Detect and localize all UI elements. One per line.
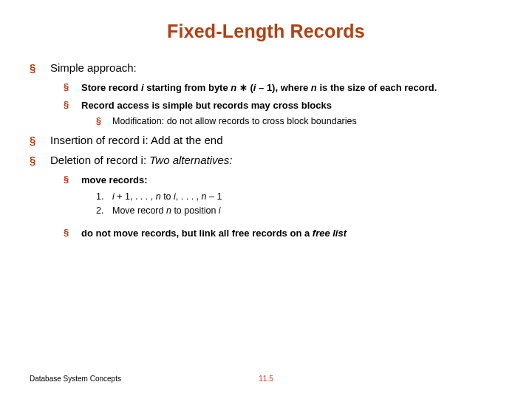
- bullet-record-access: § Record access is simple but records ma…: [64, 99, 502, 112]
- bullet-store-record: § Store record i starting from byte n ∗ …: [64, 81, 502, 95]
- t: Move record: [112, 205, 166, 216]
- square-bullet-icon: §: [30, 61, 50, 74]
- num-2: 2.: [96, 205, 112, 216]
- t: – 1), where: [256, 82, 310, 93]
- var-n: n: [166, 205, 171, 216]
- t: to position: [171, 205, 219, 216]
- t: to: [161, 191, 174, 202]
- text-deletion: Deletion of record i: Two alternatives:: [50, 154, 502, 166]
- num-1: 1.: [96, 191, 112, 202]
- spacer: [30, 219, 502, 222]
- alt-2: 2. Move record n to position i: [96, 205, 502, 216]
- text-store-record: Store record i starting from byte n ∗ (i…: [81, 81, 502, 95]
- bullet-do-not-move: § do not move records, but link all free…: [64, 227, 502, 240]
- var-n: n: [202, 191, 207, 202]
- var-n: n: [156, 191, 161, 202]
- square-bullet-icon: §: [64, 81, 81, 95]
- square-bullet-icon: §: [30, 154, 50, 166]
- bullet-simple-approach: § Simple approach:: [30, 61, 502, 74]
- footer-page-number: 11.5: [0, 375, 532, 383]
- text-modification: Modification: do not allow records to cr…: [112, 116, 502, 126]
- slide: Fixed-Length Records § Simple approach: …: [0, 0, 532, 399]
- t: starting from byte: [146, 82, 231, 93]
- t: Store record: [81, 82, 141, 93]
- bullet-modification: § Modification: do not allow records to …: [96, 116, 502, 126]
- t: , . . . ,: [176, 191, 202, 202]
- var-n: n: [311, 82, 317, 93]
- t: is the size of each record.: [317, 82, 437, 93]
- var-i: i: [219, 205, 221, 216]
- bullet-move-records: § move records:: [64, 174, 502, 187]
- t: – 1: [207, 191, 222, 202]
- t-freelist: free list: [313, 228, 347, 239]
- text-alt2: Move record n to position i: [112, 205, 502, 216]
- t: Deletion of record i:: [50, 154, 146, 166]
- text-do-not-move: do not move records, but link all free r…: [81, 227, 502, 240]
- square-bullet-icon: §: [64, 174, 81, 187]
- t: Two alternatives:: [146, 154, 232, 166]
- square-bullet-icon: §: [30, 134, 50, 146]
- bullet-deletion: § Deletion of record i: Two alternatives…: [30, 154, 502, 166]
- text-alt1: i + 1, . . . , n to i, . . . , n – 1: [112, 191, 502, 202]
- square-bullet-icon: §: [64, 99, 81, 112]
- slide-title: Fixed-Length Records: [30, 21, 502, 42]
- alt-1: 1. i + 1, . . . , n to i, . . . , n – 1: [96, 191, 502, 202]
- text-record-access: Record access is simple but records may …: [81, 99, 502, 112]
- text-move-records: move records:: [81, 174, 502, 187]
- square-bullet-icon: §: [64, 227, 81, 240]
- t: + 1, . . . ,: [115, 191, 156, 202]
- bullet-insertion: § Insertion of record i: Add at the end: [30, 134, 502, 146]
- text-insertion: Insertion of record i: Add at the end: [50, 134, 502, 146]
- t: ∗: [236, 82, 250, 93]
- t: do not move records, but link all free r…: [81, 228, 313, 239]
- square-bullet-icon: §: [96, 116, 112, 126]
- text-simple-approach: Simple approach:: [50, 61, 502, 74]
